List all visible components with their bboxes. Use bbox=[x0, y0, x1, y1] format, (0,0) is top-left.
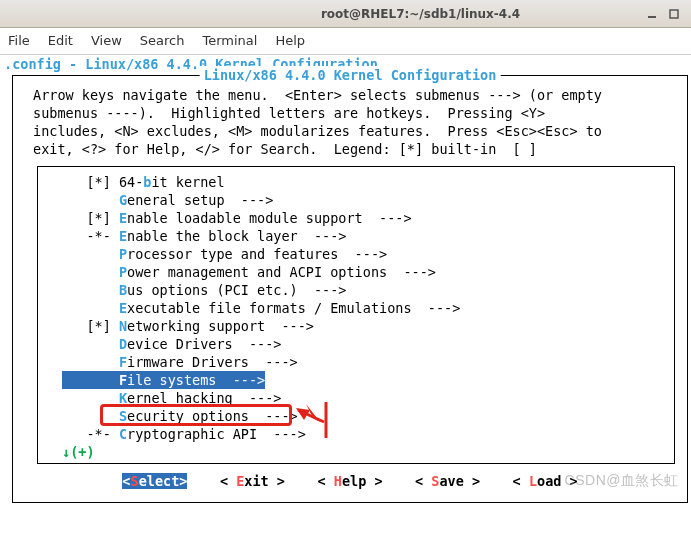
load-button[interactable]: < Load > bbox=[513, 473, 578, 489]
menubar: File Edit View Search Terminal Help bbox=[0, 28, 691, 55]
menu-item[interactable]: Firmware Drivers ---> bbox=[38, 353, 674, 371]
menu-item[interactable]: General setup ---> bbox=[38, 191, 674, 209]
more-indicator: ↓(+) bbox=[38, 443, 674, 461]
menu-item[interactable]: Device Drivers ---> bbox=[38, 335, 674, 353]
maximize-button[interactable] bbox=[663, 5, 685, 23]
minimize-button[interactable] bbox=[641, 5, 663, 23]
outer-frame: Linux/x86 4.4.0 Kernel Configuration Arr… bbox=[12, 75, 688, 503]
exit-button[interactable]: < Exit > bbox=[220, 473, 285, 489]
menu-edit[interactable]: Edit bbox=[48, 33, 73, 48]
menu-item[interactable]: Bus options (PCI etc.) ---> bbox=[38, 281, 674, 299]
menu-terminal[interactable]: Terminal bbox=[202, 33, 257, 48]
save-button[interactable]: < Save > bbox=[415, 473, 480, 489]
menu-item[interactable]: Power management and ACPI options ---> bbox=[38, 263, 674, 281]
select-button[interactable]: <Select> bbox=[122, 473, 187, 489]
menu-item[interactable]: [*] Networking support ---> bbox=[38, 317, 674, 335]
menu-item[interactable]: Security options ---> bbox=[38, 407, 674, 425]
menu-view[interactable]: View bbox=[91, 33, 122, 48]
menu-item[interactable]: [*] 64-bit kernel bbox=[38, 173, 674, 191]
menu-search[interactable]: Search bbox=[140, 33, 185, 48]
menu-help[interactable]: Help bbox=[275, 33, 305, 48]
inner-title: Linux/x86 4.4.0 Kernel Configuration bbox=[200, 66, 501, 84]
window-title: root@RHEL7:~/sdb1/linux-4.4 bbox=[200, 7, 641, 21]
menu-item[interactable]: [*] Enable loadable module support ---> bbox=[38, 209, 674, 227]
menu-item[interactable]: -*- Enable the block layer ---> bbox=[38, 227, 674, 245]
svg-rect-1 bbox=[670, 10, 678, 18]
menu-item-selected[interactable]: File systems ---> bbox=[38, 371, 674, 389]
menu-file[interactable]: File bbox=[8, 33, 30, 48]
menu-item[interactable]: Processor type and features ---> bbox=[38, 245, 674, 263]
menu-list: [*] 64-bit kernel General setup ---> [*]… bbox=[37, 166, 675, 464]
menu-item[interactable]: Kernel hacking ---> bbox=[38, 389, 674, 407]
button-row: <Select> < Exit > < Help > < Save > < Lo… bbox=[13, 464, 687, 496]
help-text: Arrow keys navigate the menu. <Enter> se… bbox=[13, 76, 687, 162]
help-button[interactable]: < Help > bbox=[317, 473, 382, 489]
menu-item[interactable]: -*- Cryptographic API ---> bbox=[38, 425, 674, 443]
titlebar: root@RHEL7:~/sdb1/linux-4.4 bbox=[0, 0, 691, 28]
menu-item[interactable]: Executable file formats / Emulations ---… bbox=[38, 299, 674, 317]
svg-rect-0 bbox=[648, 16, 656, 18]
terminal-area[interactable]: .config - Linux/x86 4.4.0 Kernel Configu… bbox=[0, 55, 691, 503]
